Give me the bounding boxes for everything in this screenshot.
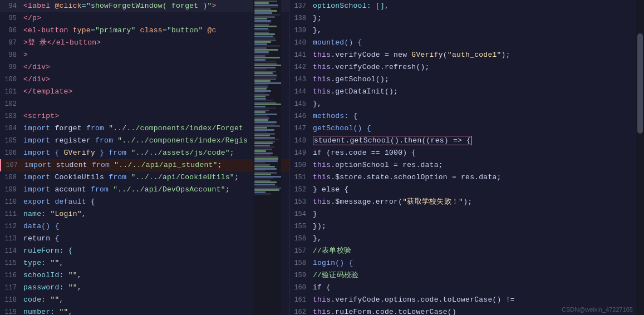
line-content: > xyxy=(23,49,284,61)
line-content: } else { xyxy=(313,184,640,196)
right-pane: 137 optionSchool: [],138 };139 },140 mou… xyxy=(289,0,644,315)
table-row: 155 }); xyxy=(289,220,644,233)
line-content: //验证码校验 xyxy=(313,269,640,282)
scrollbar[interactable] xyxy=(636,0,644,315)
line-number: 110 xyxy=(0,196,23,208)
line-content: this.$store.state.schoolOption = res.dat… xyxy=(313,171,640,184)
line-content: </div> xyxy=(23,73,284,86)
line-content: import { GVerify } from "../../assets/js… xyxy=(23,147,284,159)
line-content: import forget from "../../components/ind… xyxy=(23,122,284,135)
table-row: 160 if ( xyxy=(289,282,644,294)
table-row: 108import CookieUtils from "../../api/Co… xyxy=(0,171,289,184)
line-number: 151 xyxy=(289,171,313,184)
table-row: 142 this.verifyCode.refresh(); xyxy=(289,61,644,73)
line-number: 109 xyxy=(0,184,23,196)
left-pane: 94 <label @click="showForgetWindow( forg… xyxy=(0,0,289,315)
line-content: name: "Login", xyxy=(23,208,284,220)
line-number: 158 xyxy=(289,257,313,269)
line-content: password: "", xyxy=(23,282,284,294)
table-row: 138 }; xyxy=(289,12,644,24)
line-content: <label @click="showForgetWindow( forget … xyxy=(23,0,284,12)
line-content: export default { xyxy=(23,196,284,208)
line-number: 155 xyxy=(289,220,313,233)
line-content: }, xyxy=(313,98,640,110)
line-number: 114 xyxy=(0,245,23,257)
line-number: 150 xyxy=(289,159,313,171)
line-content: }, xyxy=(313,233,640,245)
left-minimap xyxy=(253,0,281,315)
line-content: this.getDataInit(); xyxy=(313,86,640,98)
line-number: 94 xyxy=(0,0,23,12)
line-content: number: "", xyxy=(23,306,284,315)
table-row: 99 </div> xyxy=(0,61,289,73)
line-content: </p> xyxy=(23,12,284,24)
line-number: 112 xyxy=(0,220,23,233)
line-number: 146 xyxy=(289,110,313,122)
line-content: ruleForm: { xyxy=(23,245,284,257)
table-row: 137 optionSchool: [], xyxy=(289,0,644,12)
table-row: 106import { GVerify } from "../../assets… xyxy=(0,147,289,159)
line-number: 115 xyxy=(0,257,23,269)
right-code-view[interactable]: 137 optionSchool: [],138 };139 },140 mou… xyxy=(289,0,644,315)
table-row: 143 this.getSchool(); xyxy=(289,73,644,86)
line-content: }); xyxy=(313,220,640,233)
line-content: optionSchool: [], xyxy=(313,0,640,12)
line-content: }, xyxy=(313,24,640,37)
table-row: 153 this.$message.error("获取学校失败！"); xyxy=(289,196,644,208)
table-row: 150 this.optionSchool = res.data; xyxy=(289,159,644,171)
table-row: 119 number: "", xyxy=(0,306,289,315)
line-number: 96 xyxy=(0,24,23,37)
line-content: this.verifyCode = new GVerify("auth_code… xyxy=(313,49,640,61)
line-number: 148 xyxy=(289,135,313,147)
line-content: </div> xyxy=(23,61,284,73)
table-row: 94 <label @click="showForgetWindow( forg… xyxy=(0,0,289,12)
line-number: 152 xyxy=(289,184,313,196)
line-number: 141 xyxy=(289,49,313,61)
line-content: this.getSchool(); xyxy=(313,73,640,86)
line-number: 161 xyxy=(289,294,313,306)
left-code-view[interactable]: 94 <label @click="showForgetWindow( forg… xyxy=(0,0,289,315)
highlighted-expression: student.getSchool().then((res) => { xyxy=(313,136,472,145)
table-row: 109import account from "../../api/DevOps… xyxy=(0,184,289,196)
line-number: 159 xyxy=(289,269,313,282)
line-content: code: "", xyxy=(23,294,284,306)
table-row: 139 }, xyxy=(289,24,644,37)
line-number: 137 xyxy=(289,0,313,12)
line-content: getSchool() { xyxy=(313,122,640,135)
line-content: <script> xyxy=(23,110,284,122)
table-row: 114 ruleForm: { xyxy=(0,245,289,257)
line-number: 153 xyxy=(289,196,313,208)
table-row: 104import forget from "../../components/… xyxy=(0,122,289,135)
table-row: 95 </p> xyxy=(0,12,289,24)
line-number: 100 xyxy=(0,73,23,86)
line-content: >登 录</el-button> xyxy=(23,37,284,49)
line-content: import register from "../../components/i… xyxy=(23,135,284,147)
table-row: 154 } xyxy=(289,208,644,220)
line-content: }; xyxy=(313,12,640,24)
table-row: 102 xyxy=(0,98,289,110)
line-content: this.$message.error("获取学校失败！"); xyxy=(313,196,640,208)
line-number: 157 xyxy=(289,245,313,257)
line-content: this.verifyCode.refresh(); xyxy=(313,61,640,73)
line-number: 119 xyxy=(0,306,23,315)
line-content: this.verifyCode.options.code.toLowerCase… xyxy=(313,294,640,306)
line-number: 102 xyxy=(0,98,23,110)
line-number: 106 xyxy=(0,147,23,159)
line-number: 111 xyxy=(0,208,23,220)
table-row: 111 name: "Login", xyxy=(0,208,289,220)
line-number: 139 xyxy=(289,24,313,37)
scrollbar-thumb[interactable] xyxy=(637,33,643,134)
line-number: 108 xyxy=(0,171,23,184)
line-content: data() { xyxy=(23,220,284,233)
table-row: 110export default { xyxy=(0,196,289,208)
table-row: 157 //表单校验 xyxy=(289,245,644,257)
table-row: 148 student.getSchool().then((res) => { xyxy=(289,135,644,147)
line-content: } xyxy=(313,208,640,220)
table-row: 118 code: "", xyxy=(0,294,289,306)
line-number: 154 xyxy=(289,208,313,220)
table-row: 117 password: "", xyxy=(0,282,289,294)
line-content: mounted() { xyxy=(313,37,640,49)
table-row: 151 this.$store.state.schoolOption = res… xyxy=(289,171,644,184)
line-number: 156 xyxy=(289,233,313,245)
line-number: 144 xyxy=(289,86,313,98)
